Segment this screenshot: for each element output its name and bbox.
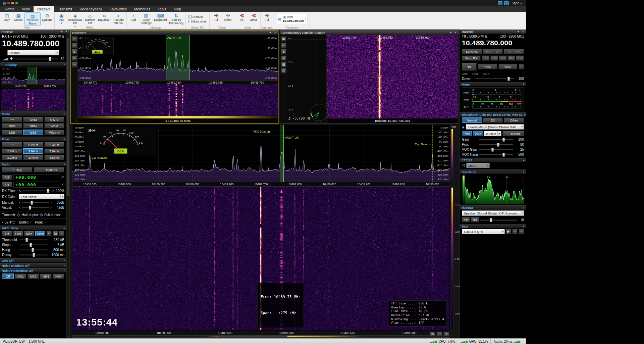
speaker-icon[interactable] [9, 57, 13, 61]
section-radio[interactable]: Radio▴ [0, 162, 66, 166]
tab-rec-playback[interactable]: Rec/Playback [76, 6, 106, 12]
beacon-marker[interactable]: PSK Beacon [261, 125, 261, 182]
keyboard-button[interactable]: ⌨Keyboard [153, 12, 168, 26]
quick-memory-icon[interactable] [15, 2, 18, 4]
play-icon[interactable]: ▶ [506, 229, 511, 234]
zoom-out-button[interactable]: ⊖ [436, 332, 442, 336]
ctcss-checkbox[interactable] [462, 164, 465, 167]
tab-receive[interactable]: Receive [34, 6, 54, 12]
section-monitor[interactable]: Monitor▴ [460, 205, 526, 210]
quick-favourite-icon[interactable] [11, 2, 14, 4]
mode-button[interactable]: Wide-U [44, 130, 64, 135]
matrix-button[interactable]: ▦Matrix [13, 12, 24, 26]
receiver-pane-button[interactable]: ▤Receiver Pane [24, 12, 41, 26]
tx-frequency-display[interactable]: 10.489.780.000 [460, 38, 526, 48]
rit-value[interactable]: +00.000 [13, 174, 60, 180]
tune-button[interactable]: Tune [498, 64, 518, 69]
mode-button[interactable]: ••• [2, 117, 22, 122]
mute-all-button[interactable]: All [236, 12, 248, 26]
xit-undo-icon[interactable]: ↶ [62, 183, 64, 187]
zoom-out-icon[interactable]: ⊖ [72, 55, 77, 61]
zoom-in-button[interactable]: ⊕ [443, 332, 449, 336]
agc-slider[interactable] [19, 249, 48, 250]
mic-preset-button[interactable]: Normal [462, 117, 482, 123]
tab-tools[interactable]: Tools [154, 6, 170, 12]
agc-button[interactable]: Off [2, 231, 12, 236]
monitor-device-select[interactable]: Speaker (Sound Blaster X-Fi Surround 5.1… [462, 210, 524, 216]
unmute-all-button[interactable]: All [262, 12, 273, 26]
agc-button[interactable]: Fast [13, 231, 23, 236]
xit-value[interactable]: +00.000 [13, 182, 60, 188]
agc-button[interactable]: Slow [35, 231, 45, 236]
options-button[interactable]: ⚙Options [41, 12, 53, 26]
rit-button[interactable]: RIT [2, 175, 12, 180]
pseudo-stereo-button[interactable]: ◐Pseudo Stereo [112, 12, 125, 26]
mic-slider[interactable] [479, 149, 513, 150]
tx-to-rx-button[interactable]: TX → RX [504, 49, 524, 54]
noise-reduction-button[interactable]: NR3 [40, 274, 52, 279]
section-filter[interactable]: Filter▴ [0, 137, 66, 141]
agc-slider[interactable] [19, 254, 48, 255]
full-duplex-radio[interactable] [40, 213, 43, 216]
rx-frequency-display[interactable]: 10.489.780.000 [0, 38, 66, 49]
visual-dec-button[interactable]: < [19, 206, 21, 209]
noise-reduction-button[interactable]: NR4 [53, 274, 64, 279]
unmute-checkbox[interactable]: ✓Unmute [188, 15, 207, 18]
rx-filter-inc-button[interactable]: > [52, 189, 54, 193]
mode-button[interactable]: BFM [2, 123, 22, 129]
mute-other-checkbox[interactable]: ✓Mute other [188, 20, 207, 23]
if-waterfall-canvas[interactable] [1, 89, 65, 110]
mode-button[interactable]: LSB [2, 130, 22, 135]
remove-icon[interactable]: − [72, 43, 77, 48]
agc-slider[interactable] [19, 244, 48, 245]
section-microphone[interactable]: Microphone: Gain 100, Boost 5.0 dB, Proc… [460, 112, 526, 117]
filter-button[interactable]: 2.4kHz [44, 142, 64, 147]
mode-button[interactable]: NFM [23, 123, 43, 129]
close-all-button[interactable]: All [211, 12, 222, 26]
tx-bandwidth-select[interactable]: 2.8kHz▾ [484, 131, 501, 136]
drive-slider[interactable] [475, 78, 515, 79]
dsp-button[interactable]: ◫DSP [1, 12, 12, 26]
mode-button[interactable]: SAM [23, 117, 43, 122]
frequency-scrollbar[interactable] [72, 335, 450, 338]
more-icon[interactable]: ⋯ [72, 62, 77, 67]
tab-favourites[interactable]: Favourites [106, 6, 130, 12]
beacon-marker[interactable]: Exp Beacon [432, 125, 433, 182]
camera-icon[interactable]: ▣ [281, 36, 286, 42]
target-icon[interactable]: ◎ [281, 55, 286, 61]
tx-mode-button[interactable]: LSB [482, 55, 490, 61]
filter-button[interactable]: ••• [2, 142, 22, 147]
manual-dec-button[interactable]: < [19, 201, 21, 204]
tx-mode-button[interactable]: AM [499, 55, 507, 61]
more-icon[interactable]: ⋯ [519, 229, 524, 234]
section-mode[interactable]: Mode▴ [0, 111, 66, 116]
visual-inc-button[interactable]: > [50, 206, 52, 209]
proc-toggle[interactable]: Proc [462, 131, 472, 136]
manual-inc-button[interactable]: > [50, 201, 52, 204]
broadcast-fm-button[interactable]: ◈Broadcast FM▾ [67, 12, 83, 26]
profile-select[interactable]: Default▾ [7, 50, 59, 55]
auto-scale-label[interactable]: Auto [451, 125, 456, 128]
mode-button[interactable]: USB [23, 130, 43, 135]
visual-gain-slider[interactable] [22, 207, 49, 208]
am-mode-button[interactable]: ◉AM▾ [56, 12, 67, 26]
mic-preset-button[interactable]: DX [483, 117, 503, 123]
filter-button[interactable]: 3.0kHz [44, 148, 64, 154]
style-button[interactable]: Style▾ [511, 1, 523, 5]
filter-button[interactable]: 3.6kHz [44, 155, 64, 160]
stop-icon[interactable]: ▪ [512, 229, 518, 234]
close-icon[interactable]: ✕ [521, 30, 525, 33]
collapse-icon[interactable]: ▾ [60, 30, 63, 33]
filter-button[interactable]: 2.6kHz [2, 148, 22, 154]
rx-zoom-band[interactable] [78, 116, 278, 118]
grid-icon[interactable]: ▦ [281, 62, 286, 67]
agc-button[interactable]: Med [24, 231, 34, 236]
tx-mode-button[interactable]: FM [507, 55, 516, 61]
section-tx-spectrum[interactable]: Spectrum▴ [460, 169, 526, 174]
copy-settings-button[interactable]: ▥Copy Settings [140, 12, 153, 26]
mute-other-button[interactable]: Other [248, 12, 259, 26]
tx-mode-button[interactable]: CW [516, 55, 524, 61]
equaliser-button[interactable]: ≋Equaliser [97, 12, 112, 26]
beacon-waterfall-canvas[interactable] [327, 35, 458, 118]
help-button[interactable]: ?Help [2, 167, 33, 173]
